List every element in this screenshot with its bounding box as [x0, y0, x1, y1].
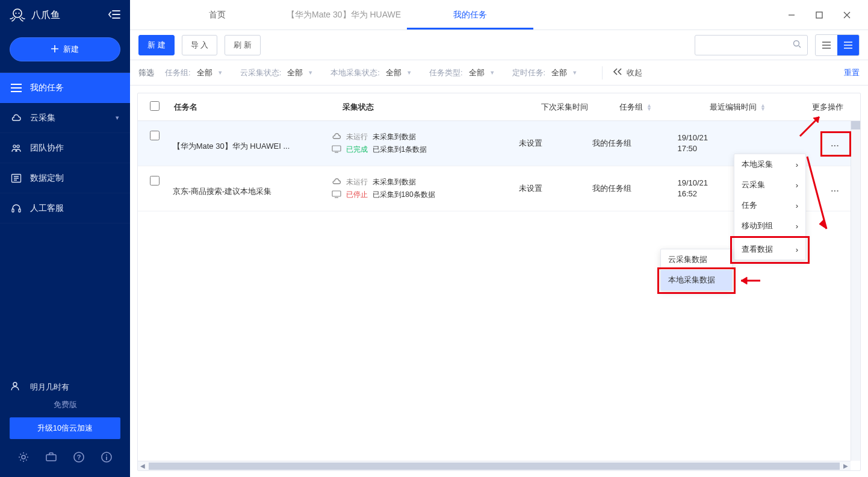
tab-label: 我的任务: [453, 10, 487, 20]
svg-rect-10: [46, 455, 56, 461]
upgrade-button[interactable]: 升级10倍云加速: [10, 417, 120, 439]
row-time: 19/10/2117:50: [677, 132, 773, 154]
refresh-button[interactable]: 刷 新: [225, 35, 261, 55]
view-list-button[interactable]: [816, 35, 837, 55]
octopus-icon: [10, 8, 25, 22]
row-checkbox[interactable]: [150, 176, 160, 186]
search-icon: [793, 40, 801, 50]
header-more: 更多操作: [812, 102, 848, 113]
header-group[interactable]: 任务组▲▼: [619, 102, 710, 113]
row-task-name: 京东-商品搜索-建议本地采集: [173, 180, 332, 197]
sidebar-item-support[interactable]: 人工客服: [0, 193, 130, 223]
tab-label: 首页: [209, 10, 226, 20]
dropdown-item-cloud-collect[interactable]: 云采集›: [734, 175, 805, 195]
settings-icon[interactable]: [17, 451, 29, 465]
svg-rect-15: [106, 457, 107, 460]
team-icon: [11, 143, 22, 154]
svg-rect-16: [816, 12, 822, 18]
sidebar-item-label: 我的任务: [30, 83, 64, 93]
new-button-label: 新建: [63, 44, 79, 55]
row-checkbox[interactable]: [150, 131, 160, 140]
import-button[interactable]: 导 入: [182, 35, 218, 55]
brand-text: 八爪鱼: [31, 9, 60, 22]
info-icon[interactable]: [101, 451, 113, 465]
row-group: 我的任务组: [592, 138, 677, 149]
upgrade-button-label: 升级10倍云加速: [37, 423, 93, 434]
sort-icon: ▲▼: [760, 104, 766, 111]
filters-label: 筛选: [138, 67, 154, 78]
chevron-right-icon: ›: [796, 222, 798, 231]
toolbox-icon[interactable]: [45, 451, 57, 465]
window-minimize-button[interactable]: [780, 6, 803, 24]
sort-icon: ▲▼: [646, 104, 652, 111]
sidebar-item-cloud-collect[interactable]: 云采集 ▾: [0, 103, 130, 133]
vertical-scrollbar[interactable]: [851, 121, 860, 461]
sidebar: 八爪鱼 新建 我的任务 云采集 ▾ 团队协作: [0, 0, 130, 477]
svg-point-3: [13, 145, 16, 147]
window-close-button[interactable]: [835, 6, 858, 24]
cloud-icon: [332, 132, 341, 142]
collapse-filters[interactable]: 收起: [613, 67, 642, 78]
view-toggle: [815, 34, 860, 56]
dropdown-item-local-collect[interactable]: 本地采集›: [734, 154, 805, 175]
view-grid-button[interactable]: [837, 35, 859, 55]
submenu-item-cloud-data[interactable]: 云采集数据: [661, 249, 732, 270]
sidebar-item-label: 数据定制: [30, 173, 64, 184]
svg-point-8: [13, 382, 17, 386]
dropdown-item-move-group[interactable]: 移动到组›: [734, 216, 805, 236]
chevron-right-icon: ›: [796, 181, 798, 190]
row-group: 我的任务组: [592, 183, 677, 194]
tab-my-tasks[interactable]: 我的任务: [407, 0, 533, 30]
sidebar-item-label: 人工客服: [30, 203, 64, 214]
chevron-down-icon: ▾: [573, 69, 577, 76]
new-task-button[interactable]: 新 建: [138, 35, 175, 55]
plus-icon: [51, 45, 58, 54]
row-more-button[interactable]: ...: [822, 133, 848, 154]
row-task-name: 【华为Mate 30】华为 HUAWEI ...: [173, 135, 332, 152]
svg-point-17: [794, 41, 799, 46]
dropdown-item-view-data[interactable]: 查看数据›: [734, 239, 805, 260]
sidebar-item-team[interactable]: 团队协作: [0, 133, 130, 163]
collapse-sidebar-icon[interactable]: [108, 10, 120, 21]
header-status: 采集状态: [343, 102, 541, 113]
search-field[interactable]: [701, 40, 793, 49]
filters-bar: 筛选 任务组:全部▾ 云采集状态:全部▾ 本地采集状态:全部▾ 任务类型:全部▾…: [130, 60, 868, 86]
table-header: 任务名 采集状态 下次采集时间 任务组▲▼ 最近编辑时间▲▼ 更多操作: [138, 93, 860, 121]
tab-product[interactable]: 【华为Mate 30】华为 HUAWE: [281, 0, 407, 30]
dropdown-item-task[interactable]: 任务›: [734, 195, 805, 216]
user-name: 明月几时有: [30, 382, 69, 393]
filter-local-status[interactable]: 本地采集状态:全部▾: [330, 67, 411, 78]
filter-task-type[interactable]: 任务类型:全部▾: [429, 67, 494, 78]
search-input[interactable]: [695, 35, 808, 55]
submenu-item-local-data[interactable]: 本地采集数据: [661, 270, 732, 290]
select-all-checkbox[interactable]: [150, 101, 160, 111]
sidebar-item-label: 团队协作: [30, 143, 64, 154]
new-button[interactable]: 新建: [10, 37, 120, 61]
reset-filters[interactable]: 重置: [844, 68, 860, 77]
cloud-icon: [11, 113, 22, 123]
sidebar-item-data-custom[interactable]: 数据定制: [0, 163, 130, 193]
help-icon[interactable]: ?: [73, 451, 85, 465]
chevron-down-icon: ▾: [491, 69, 494, 76]
horizontal-scrollbar[interactable]: ◀▶: [138, 461, 851, 470]
toolbar: 新 建 导 入 刷 新: [130, 30, 868, 60]
annotation-arrow: [736, 275, 761, 287]
window-maximize-button[interactable]: [808, 6, 831, 24]
tab-home[interactable]: 首页: [154, 0, 281, 30]
collapse-label: 收起: [627, 67, 642, 78]
header-name: 任务名: [174, 102, 343, 113]
sidebar-item-my-tasks[interactable]: 我的任务: [0, 73, 130, 103]
svg-rect-18: [332, 146, 341, 151]
chevron-down-icon: ▾: [408, 69, 411, 76]
tab-label: 【华为Mate 30】华为 HUAWE: [287, 10, 401, 20]
header-time[interactable]: 最近编辑时间▲▼: [710, 102, 812, 113]
filter-group[interactable]: 任务组:全部▾: [165, 67, 222, 78]
cloud-icon: [332, 178, 341, 187]
tasks-table: 任务名 采集状态 下次采集时间 任务组▲▼ 最近编辑时间▲▼ 更多操作 【华为M…: [137, 93, 861, 471]
filter-cloud-status[interactable]: 云采集状态:全部▾: [240, 67, 313, 78]
header-next: 下次采集时间: [541, 102, 619, 113]
svg-point-0: [13, 9, 22, 17]
row-status: 未运行未采集到数据 已停止已采集到180条数据: [332, 176, 519, 201]
filter-schedule[interactable]: 定时任务:全部▾: [512, 67, 577, 78]
row-more-button[interactable]: ...: [822, 178, 848, 199]
